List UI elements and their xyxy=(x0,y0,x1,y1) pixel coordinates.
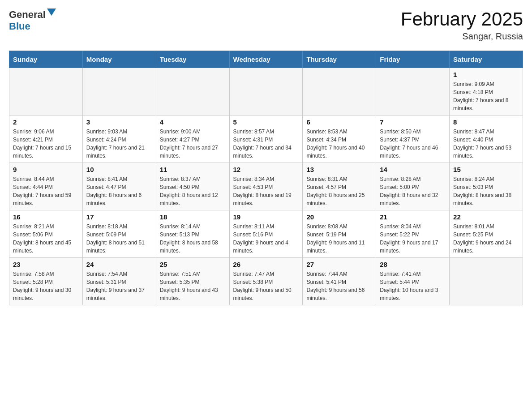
calendar-cell: 6Sunrise: 8:53 AMSunset: 4:34 PMDaylight… xyxy=(303,116,376,163)
day-info: Sunrise: 8:57 AMSunset: 4:31 PMDaylight:… xyxy=(233,128,299,160)
calendar-cell xyxy=(450,258,523,305)
day-info: Sunrise: 9:09 AMSunset: 4:18 PMDaylight:… xyxy=(453,80,519,112)
day-number: 8 xyxy=(453,118,519,126)
calendar-cell: 12Sunrise: 8:34 AMSunset: 4:53 PMDayligh… xyxy=(229,163,303,210)
calendar-cell: 18Sunrise: 8:14 AMSunset: 5:13 PMDayligh… xyxy=(156,210,229,258)
day-number: 15 xyxy=(453,166,519,173)
calendar-cell: 5Sunrise: 8:57 AMSunset: 4:31 PMDaylight… xyxy=(229,116,303,163)
calendar-cell: 23Sunrise: 7:58 AMSunset: 5:28 PMDayligh… xyxy=(9,258,83,305)
weekday-header-sunday: Sunday xyxy=(9,51,83,68)
calendar-header: SundayMondayTuesdayWednesdayThursdayFrid… xyxy=(9,51,523,68)
day-number: 12 xyxy=(233,166,299,173)
calendar-cell xyxy=(9,68,83,116)
calendar-cell: 22Sunrise: 8:01 AMSunset: 5:25 PMDayligh… xyxy=(450,210,523,258)
day-info: Sunrise: 7:58 AMSunset: 5:28 PMDaylight:… xyxy=(13,270,79,302)
calendar-cell: 28Sunrise: 7:41 AMSunset: 5:44 PMDayligh… xyxy=(376,258,450,305)
day-number: 23 xyxy=(13,261,79,268)
day-info: Sunrise: 8:37 AMSunset: 4:50 PMDaylight:… xyxy=(160,175,226,207)
day-info: Sunrise: 8:08 AMSunset: 5:19 PMDaylight:… xyxy=(306,223,372,255)
day-number: 16 xyxy=(13,213,79,221)
day-info: Sunrise: 8:44 AMSunset: 4:44 PMDaylight:… xyxy=(13,175,79,207)
day-info: Sunrise: 8:28 AMSunset: 5:00 PMDaylight:… xyxy=(380,175,446,207)
day-info: Sunrise: 8:14 AMSunset: 5:13 PMDaylight:… xyxy=(160,223,226,255)
calendar-cell: 7Sunrise: 8:50 AMSunset: 4:37 PMDaylight… xyxy=(376,116,450,163)
weekday-header-row: SundayMondayTuesdayWednesdayThursdayFrid… xyxy=(9,51,523,68)
week-row-1: 1Sunrise: 9:09 AMSunset: 4:18 PMDaylight… xyxy=(9,68,523,116)
calendar-cell xyxy=(229,68,303,116)
calendar-cell: 17Sunrise: 8:18 AMSunset: 5:09 PMDayligh… xyxy=(82,210,156,258)
logo-general-text: General xyxy=(9,9,46,21)
calendar-cell: 20Sunrise: 8:08 AMSunset: 5:19 PMDayligh… xyxy=(303,210,376,258)
calendar-body: 1Sunrise: 9:09 AMSunset: 4:18 PMDaylight… xyxy=(9,68,523,305)
day-number: 9 xyxy=(13,166,79,173)
day-info: Sunrise: 9:03 AMSunset: 4:24 PMDaylight:… xyxy=(86,128,152,160)
day-number: 26 xyxy=(233,261,299,268)
logo: General Blue xyxy=(9,9,56,32)
day-info: Sunrise: 7:44 AMSunset: 5:41 PMDaylight:… xyxy=(306,270,372,302)
calendar-cell: 21Sunrise: 8:04 AMSunset: 5:22 PMDayligh… xyxy=(376,210,450,258)
day-info: Sunrise: 8:01 AMSunset: 5:25 PMDaylight:… xyxy=(453,223,519,255)
day-info: Sunrise: 9:00 AMSunset: 4:27 PMDaylight:… xyxy=(160,128,226,160)
day-number: 28 xyxy=(380,261,446,268)
logo-triangle-icon xyxy=(47,9,56,17)
day-info: Sunrise: 7:41 AMSunset: 5:44 PMDaylight:… xyxy=(380,270,446,302)
day-info: Sunrise: 8:41 AMSunset: 4:47 PMDaylight:… xyxy=(86,175,152,207)
day-info: Sunrise: 8:53 AMSunset: 4:34 PMDaylight:… xyxy=(306,128,372,160)
weekday-header-monday: Monday xyxy=(82,51,156,68)
day-number: 13 xyxy=(306,166,372,173)
day-info: Sunrise: 7:51 AMSunset: 5:35 PMDaylight:… xyxy=(160,270,226,302)
weekday-header-tuesday: Tuesday xyxy=(156,51,229,68)
calendar-cell: 14Sunrise: 8:28 AMSunset: 5:00 PMDayligh… xyxy=(376,163,450,210)
week-row-3: 9Sunrise: 8:44 AMSunset: 4:44 PMDaylight… xyxy=(9,163,523,210)
page-header: General Blue February 2025 Sangar, Russi… xyxy=(9,9,523,42)
weekday-header-thursday: Thursday xyxy=(303,51,376,68)
calendar-cell: 24Sunrise: 7:54 AMSunset: 5:31 PMDayligh… xyxy=(82,258,156,305)
day-info: Sunrise: 9:06 AMSunset: 4:21 PMDaylight:… xyxy=(13,128,79,160)
day-info: Sunrise: 8:34 AMSunset: 4:53 PMDaylight:… xyxy=(233,175,299,207)
calendar-cell: 26Sunrise: 7:47 AMSunset: 5:38 PMDayligh… xyxy=(229,258,303,305)
day-info: Sunrise: 8:47 AMSunset: 4:40 PMDaylight:… xyxy=(453,128,519,160)
day-number: 27 xyxy=(306,261,372,268)
day-number: 2 xyxy=(13,118,79,126)
calendar-title: February 2025 xyxy=(401,9,523,30)
calendar-table: SundayMondayTuesdayWednesdayThursdayFrid… xyxy=(9,51,523,305)
week-row-4: 16Sunrise: 8:21 AMSunset: 5:06 PMDayligh… xyxy=(9,210,523,258)
day-info: Sunrise: 8:31 AMSunset: 4:57 PMDaylight:… xyxy=(306,175,372,207)
day-number: 10 xyxy=(86,166,152,173)
svg-marker-0 xyxy=(47,9,56,16)
logo-blue-text: Blue xyxy=(9,21,30,32)
day-number: 5 xyxy=(233,118,299,126)
day-number: 21 xyxy=(380,213,446,221)
calendar-cell: 2Sunrise: 9:06 AMSunset: 4:21 PMDaylight… xyxy=(9,116,83,163)
calendar-cell xyxy=(303,68,376,116)
day-info: Sunrise: 8:24 AMSunset: 5:03 PMDaylight:… xyxy=(453,175,519,207)
day-number: 25 xyxy=(160,261,226,268)
calendar-cell: 15Sunrise: 8:24 AMSunset: 5:03 PMDayligh… xyxy=(450,163,523,210)
calendar-cell: 4Sunrise: 9:00 AMSunset: 4:27 PMDaylight… xyxy=(156,116,229,163)
day-number: 24 xyxy=(86,261,152,268)
weekday-header-wednesday: Wednesday xyxy=(229,51,303,68)
day-number: 11 xyxy=(160,166,226,173)
day-info: Sunrise: 7:54 AMSunset: 5:31 PMDaylight:… xyxy=(86,270,152,302)
calendar-cell: 13Sunrise: 8:31 AMSunset: 4:57 PMDayligh… xyxy=(303,163,376,210)
calendar-cell: 25Sunrise: 7:51 AMSunset: 5:35 PMDayligh… xyxy=(156,258,229,305)
calendar-cell xyxy=(156,68,229,116)
week-row-5: 23Sunrise: 7:58 AMSunset: 5:28 PMDayligh… xyxy=(9,258,523,305)
day-number: 1 xyxy=(453,71,519,78)
calendar-subtitle: Sangar, Russia xyxy=(401,31,523,42)
calendar-cell: 19Sunrise: 8:11 AMSunset: 5:16 PMDayligh… xyxy=(229,210,303,258)
title-area: February 2025 Sangar, Russia xyxy=(401,9,523,42)
calendar-cell: 3Sunrise: 9:03 AMSunset: 4:24 PMDaylight… xyxy=(82,116,156,163)
calendar-cell: 10Sunrise: 8:41 AMSunset: 4:47 PMDayligh… xyxy=(82,163,156,210)
calendar-cell: 16Sunrise: 8:21 AMSunset: 5:06 PMDayligh… xyxy=(9,210,83,258)
day-number: 19 xyxy=(233,213,299,221)
day-number: 14 xyxy=(380,166,446,173)
day-info: Sunrise: 7:47 AMSunset: 5:38 PMDaylight:… xyxy=(233,270,299,302)
day-info: Sunrise: 8:18 AMSunset: 5:09 PMDaylight:… xyxy=(86,223,152,255)
day-info: Sunrise: 8:11 AMSunset: 5:16 PMDaylight:… xyxy=(233,223,299,255)
day-number: 3 xyxy=(86,118,152,126)
day-number: 6 xyxy=(306,118,372,126)
calendar-cell: 8Sunrise: 8:47 AMSunset: 4:40 PMDaylight… xyxy=(450,116,523,163)
day-number: 20 xyxy=(306,213,372,221)
day-number: 7 xyxy=(380,118,446,126)
